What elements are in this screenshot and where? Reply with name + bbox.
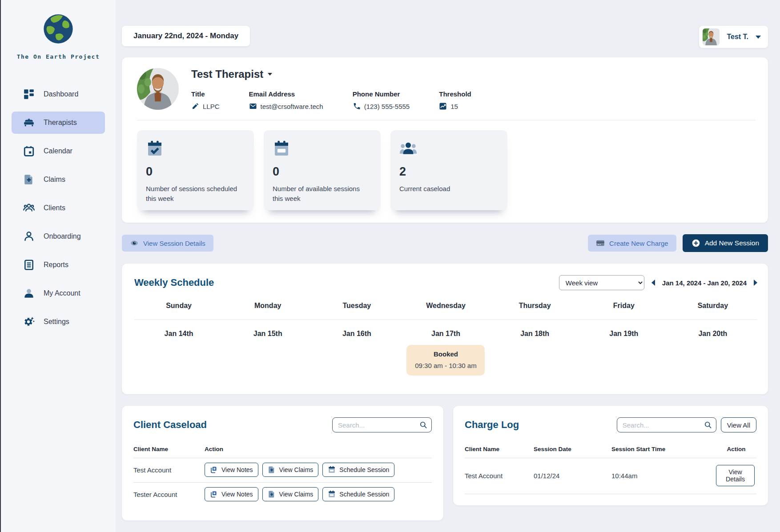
user-menu[interactable]: Test T. [699, 26, 768, 48]
caseload-table-header: Client Name Action [133, 446, 432, 452]
phone-icon [353, 102, 361, 110]
profile-fields: Title LLPC Email Address test@crsoftware… [191, 90, 471, 110]
sidebar-item-therapists[interactable]: Therapists [12, 112, 105, 134]
user-avatar [703, 28, 720, 45]
day-date: Jan 19th [579, 330, 668, 338]
next-week-button[interactable] [754, 280, 757, 286]
view-notes-button[interactable]: View Notes [205, 463, 258, 477]
charge-log-header: Charge Log View All [465, 417, 756, 432]
client-name: Tester Account [133, 491, 205, 498]
button-label: View Session Details [143, 240, 205, 247]
envelope-icon [249, 102, 257, 110]
table-row: Tester Account View Notes View Claims Sc… [133, 483, 432, 506]
day-name: Friday [579, 302, 668, 310]
field-phone: Phone Number (123) 555-5555 [353, 90, 410, 110]
column-header: Session Start Time [611, 446, 716, 452]
person-filled-icon [23, 288, 35, 299]
column-header: Client Name [133, 446, 205, 452]
stat-sessions-available: 0 Number of available sessions this week [264, 130, 381, 210]
view-claims-button[interactable]: View Claims [262, 487, 319, 501]
credit-card-icon [596, 239, 605, 248]
day-date: Jan 17th [401, 330, 490, 338]
view-notes-button[interactable]: View Notes [205, 487, 258, 501]
day-name: Tuesday [312, 302, 401, 310]
caseload-search [332, 417, 432, 432]
view-session-details-button[interactable]: View Session Details [122, 235, 213, 252]
stat-label: Number of available sessions this week [273, 184, 372, 204]
add-new-session-button[interactable]: Add New Session [683, 234, 768, 252]
field-label: Phone Number [353, 90, 410, 98]
calendar-check-icon [146, 140, 164, 158]
schedule-session-button[interactable]: Schedule Session [322, 487, 394, 501]
sidebar-item-label: Clients [44, 204, 65, 212]
day-name: Monday [223, 302, 312, 310]
day-date: Jan 15th [223, 330, 312, 338]
stat-value: 0 [146, 165, 245, 179]
stats-row: 0 Number of sessions scheduled this week… [137, 120, 756, 210]
sidebar-item-claims[interactable]: Claims [12, 168, 105, 191]
schedule-session-button[interactable]: Schedule Session [322, 463, 394, 477]
button-label: Add New Session [705, 239, 759, 247]
view-all-button[interactable]: View All [721, 417, 756, 432]
day-events-row: Booked 09:30 am - 10:30 am [134, 345, 757, 376]
profile-info: Test Therapist Title LLPC Email Address … [191, 68, 471, 110]
people-group-icon [23, 202, 35, 214]
schedule-title: Weekly Schedule [134, 277, 214, 288]
charge-log-search-input[interactable] [617, 417, 716, 432]
schedule-header: Weekly Schedule Week view Jan 14, 2024 -… [134, 275, 757, 290]
sidebar-item-calendar[interactable]: Calendar [12, 140, 105, 162]
users-icon [399, 140, 417, 158]
sidebar-item-label: Reports [44, 261, 68, 269]
caseload-header: Client Caseload [133, 417, 432, 432]
caseload-search-input[interactable] [332, 417, 432, 432]
sidebar-item-settings[interactable]: Settings [12, 311, 105, 333]
charge-log-table-header: Client Name Session Date Session Start T… [465, 446, 756, 452]
sidebar-item-clients[interactable]: Clients [12, 197, 105, 219]
stat-sessions-scheduled: 0 Number of sessions scheduled this week [137, 130, 254, 210]
view-claims-button[interactable]: View Claims [262, 463, 319, 477]
sidebar-item-dashboard[interactable]: Dashboard [12, 83, 105, 105]
client-caseload-card: Client Caseload Client Name Action Test … [122, 406, 443, 520]
booked-session-chip[interactable]: Booked 09:30 am - 10:30 am [406, 345, 485, 376]
day-date: Jan 16th [312, 330, 401, 338]
main-content: January 22nd, 2024 - Monday Test T. Test… [116, 0, 780, 532]
gear-sparkle-icon [23, 316, 35, 328]
button-label: View Notes [221, 466, 253, 473]
stat-value: 2 [399, 165, 499, 179]
sidebar-item-reports[interactable]: Reports [12, 254, 105, 276]
client-name: Test Account [133, 466, 205, 474]
document-lines-icon [23, 259, 35, 271]
sidebar-item-my-account[interactable]: My Account [12, 282, 105, 304]
file-plus-icon [268, 490, 276, 498]
sidebar: The On Earth Project Dashboard Therapist… [1, 0, 116, 532]
prev-week-button[interactable] [651, 280, 655, 286]
therapist-profile-card: Test Therapist Title LLPC Email Address … [122, 57, 768, 223]
caseload-title: Client Caseload [133, 419, 207, 431]
column-header: Client Name [465, 446, 534, 452]
column-header: Session Date [534, 446, 611, 452]
button-label: Create New Charge [609, 240, 668, 247]
sidebar-item-label: Calendar [44, 147, 72, 155]
chevron-down-icon [756, 36, 761, 39]
view-details-button[interactable]: View Details [716, 465, 755, 486]
therapists-couch-icon [23, 117, 35, 128]
calendar-icon [328, 490, 336, 498]
create-new-charge-button[interactable]: Create New Charge [588, 235, 676, 252]
schedule-view-select[interactable]: Week view [559, 275, 644, 290]
note-plus-icon [210, 490, 218, 498]
day-name: Saturday [668, 302, 757, 310]
row-actions: View Notes View Claims Schedule Session [205, 487, 432, 501]
therapist-name: Test Therapist [191, 68, 263, 80]
chevron-down-icon [268, 73, 272, 76]
table-row: Test Account View Notes View Claims Sche… [133, 458, 432, 481]
sidebar-item-onboarding[interactable]: Onboarding [12, 225, 105, 248]
column-header: Action [716, 446, 756, 452]
day-date: Jan 20th [668, 330, 757, 338]
week-range: Jan 14, 2024 - Jan 20, 2024 [662, 279, 747, 287]
field-label: Threshold [439, 90, 471, 98]
day-date: Jan 18th [491, 330, 579, 338]
field-label: Title [191, 90, 220, 98]
therapist-name-dropdown[interactable]: Test Therapist [191, 68, 471, 80]
charge-log-search [617, 417, 716, 432]
client-name: Test Account [465, 472, 534, 480]
